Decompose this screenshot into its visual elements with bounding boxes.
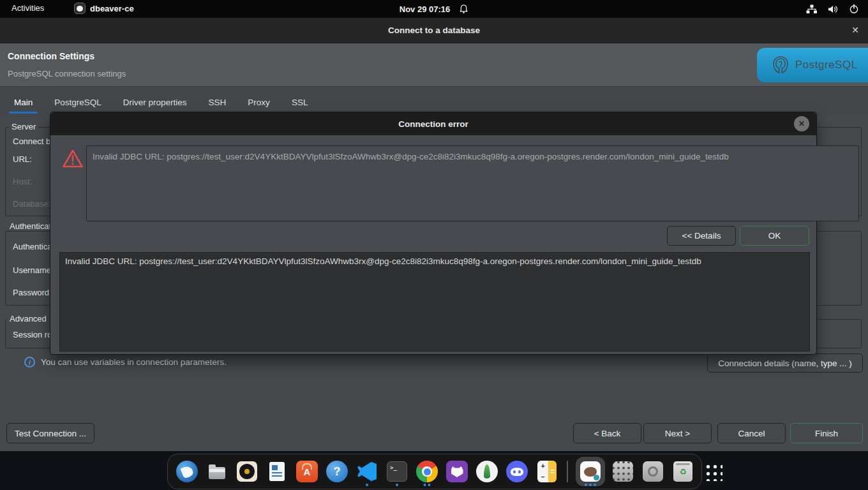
postgresql-logo: PostgreSQL [757, 48, 868, 82]
network-wired-icon [806, 4, 818, 14]
host-label: Host: [13, 177, 32, 186]
warning-icon [62, 149, 84, 168]
terminal-icon[interactable]: >_ [384, 456, 410, 487]
clock-menu[interactable]: Nov 29 07:16 [0, 0, 868, 18]
error-message-box[interactable]: Invalid JDBC URL: postgres://test_user:d… [86, 145, 859, 221]
window-close-icon[interactable]: ✕ [851, 26, 859, 34]
vscode-icon[interactable] [354, 456, 380, 487]
settings-tabbar: Main PostgreSQL Driver properties SSH Pr… [0, 87, 868, 115]
mongodb-icon[interactable] [474, 456, 500, 487]
server-group-label: Server [9, 122, 38, 131]
volume-icon [828, 4, 839, 14]
cancel-button[interactable]: Cancel [717, 423, 786, 443]
libreoffice-writer-icon[interactable] [264, 456, 290, 487]
ubuntu-software-icon[interactable]: A [294, 456, 320, 487]
connection-error-dialog: Connection error ✕ Invalid JDBC URL: pos… [50, 112, 817, 355]
trash-icon[interactable]: ♻ [670, 456, 696, 487]
files-icon[interactable] [204, 456, 230, 487]
connection-details-button[interactable]: Connection details (name, type ... ) [707, 353, 863, 373]
error-details-box[interactable]: Invalid JDBC URL: postgres://test_user:d… [59, 252, 810, 352]
dialog-close-icon[interactable]: ✕ [794, 116, 809, 131]
window-titlebar[interactable]: Connect to a database [0, 18, 868, 43]
power-icon [849, 4, 859, 14]
rhythmbox-icon[interactable] [234, 456, 260, 487]
github-icon[interactable] [444, 456, 470, 487]
calculator-icon[interactable]: +−= [534, 456, 560, 487]
thunderbird-icon[interactable] [174, 456, 200, 487]
app-grid-icon[interactable] [700, 456, 726, 487]
back-button[interactable]: < Back [573, 423, 641, 443]
wizard-header: Connection Settings PostgreSQL connectio… [0, 43, 868, 87]
variables-hint-text: You can use variables in connection para… [41, 357, 227, 367]
tab-main[interactable]: Main [14, 98, 33, 115]
test-connection-button[interactable]: Test Connection ... [6, 423, 94, 443]
page-subtitle: PostgreSQL connection settings [8, 69, 126, 78]
username-label: Username: [13, 265, 54, 275]
dbeaver-icon[interactable] [575, 456, 606, 487]
dock-separator [567, 461, 568, 482]
notification-bell-icon [459, 4, 468, 14]
ok-button[interactable]: OK [740, 226, 809, 246]
advanced-group-label: Advanced [7, 314, 49, 323]
utilities-icon[interactable] [610, 456, 636, 487]
disks-icon[interactable] [640, 456, 666, 487]
window-title: Connect to a database [388, 26, 480, 35]
help-icon[interactable]: ? [324, 456, 350, 487]
password-label: Password: [13, 288, 52, 297]
page-title: Connection Settings [8, 51, 94, 61]
dialog-title: Connection error [398, 119, 468, 129]
dialog-titlebar[interactable]: Connection error [50, 112, 816, 135]
details-toggle-button[interactable]: << Details [667, 226, 736, 246]
database-label: Database: [13, 199, 50, 209]
dock: A ? >_ +−= ♻ [167, 454, 702, 489]
postgresql-elephant-icon [771, 55, 790, 75]
info-icon: i [24, 357, 35, 368]
finish-button[interactable]: Finish [790, 423, 863, 443]
system-top-bar: Activities dbeaver-ce Nov 29 07:16 [0, 0, 868, 18]
postgresql-logo-text: PostgreSQL [795, 59, 858, 71]
chrome-icon[interactable] [414, 456, 440, 487]
clock-label: Nov 29 07:16 [400, 4, 451, 14]
discord-icon[interactable] [504, 456, 530, 487]
url-label: URL: [13, 154, 32, 164]
system-status-area[interactable] [806, 0, 859, 18]
next-button[interactable]: Next > [643, 423, 712, 443]
desktop: Activities dbeaver-ce Nov 29 07:16 [0, 0, 868, 490]
